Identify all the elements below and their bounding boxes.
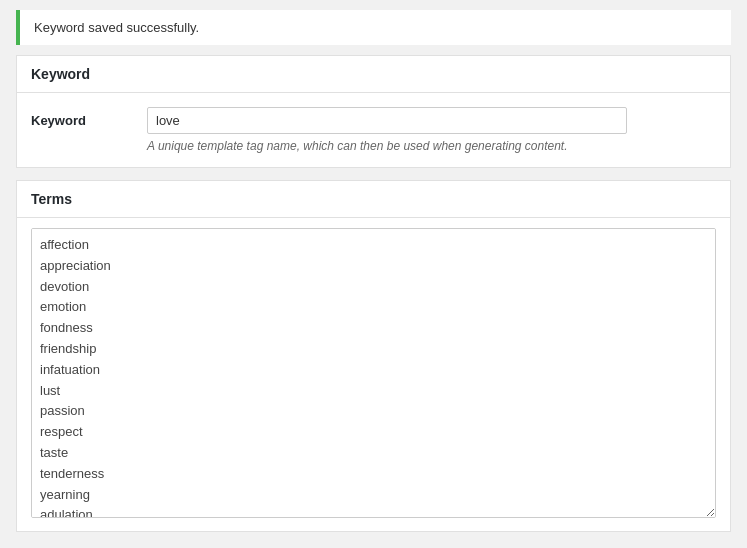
page-wrapper: Keyword saved successfully. Keyword Keyw… (0, 10, 747, 532)
keyword-form-row: Keyword A unique template tag name, whic… (31, 107, 716, 153)
terms-card: Terms (16, 180, 731, 532)
keyword-input[interactable] (147, 107, 627, 134)
terms-card-body (17, 218, 730, 531)
keyword-card-body: Keyword A unique template tag name, whic… (17, 93, 730, 167)
success-notice: Keyword saved successfully. (16, 10, 731, 45)
keyword-card-title: Keyword (31, 66, 716, 82)
keyword-card-header: Keyword (17, 56, 730, 93)
success-message: Keyword saved successfully. (34, 20, 199, 35)
keyword-card: Keyword Keyword A unique template tag na… (16, 55, 731, 168)
keyword-field-label: Keyword (31, 107, 131, 128)
terms-textarea[interactable] (31, 228, 716, 518)
keyword-control-wrap: A unique template tag name, which can th… (147, 107, 716, 153)
terms-card-header: Terms (17, 181, 730, 218)
keyword-description: A unique template tag name, which can th… (147, 139, 716, 153)
terms-card-title: Terms (31, 191, 716, 207)
